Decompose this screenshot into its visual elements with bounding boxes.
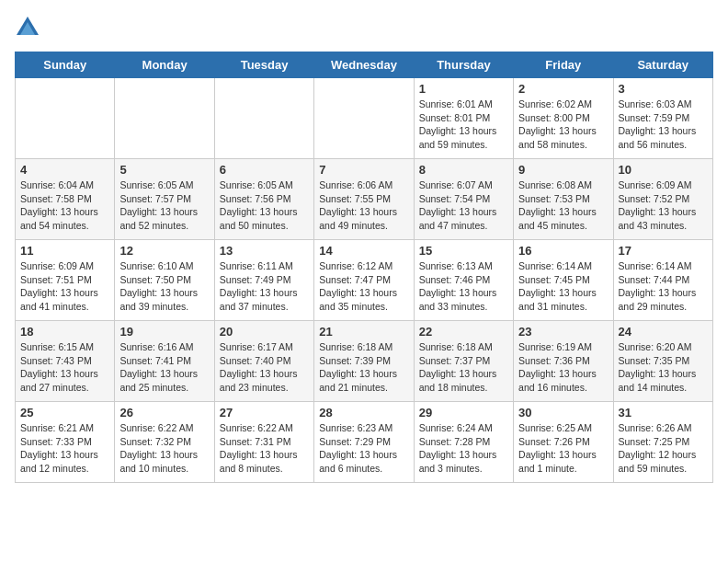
calendar-cell: 14Sunrise: 6:12 AMSunset: 7:47 PMDayligh… [314,240,414,321]
calendar-week-row: 25Sunrise: 6:21 AMSunset: 7:33 PMDayligh… [16,402,713,483]
calendar-cell [16,78,115,159]
day-of-week-header: Thursday [414,52,513,78]
calendar-cell: 12Sunrise: 6:10 AMSunset: 7:50 PMDayligh… [115,240,214,321]
calendar-week-row: 11Sunrise: 6:09 AMSunset: 7:51 PMDayligh… [16,240,713,321]
calendar-cell: 16Sunrise: 6:14 AMSunset: 7:45 PMDayligh… [514,240,613,321]
day-number: 13 [220,244,309,258]
cell-info: Sunrise: 6:25 AMSunset: 7:26 PMDaylight:… [518,421,608,476]
day-number: 15 [419,244,508,258]
day-number: 10 [619,163,708,177]
day-number: 29 [419,406,508,419]
day-number: 30 [518,406,608,419]
day-number: 3 [619,82,708,96]
cell-info: Sunrise: 6:18 AMSunset: 7:37 PMDaylight:… [419,340,508,395]
cell-info: Sunrise: 6:05 AMSunset: 7:56 PMDaylight:… [220,178,309,233]
calendar-cell: 10Sunrise: 6:09 AMSunset: 7:52 PMDayligh… [613,159,712,240]
day-number: 20 [220,325,309,339]
day-of-week-header: Tuesday [214,52,313,78]
calendar-cell: 28Sunrise: 6:23 AMSunset: 7:29 PMDayligh… [314,402,414,483]
day-of-week-header: Saturday [613,52,712,78]
day-of-week-header: Wednesday [314,52,414,78]
cell-info: Sunrise: 6:22 AMSunset: 7:32 PMDaylight:… [119,421,209,476]
cell-info: Sunrise: 6:11 AMSunset: 7:49 PMDaylight:… [220,259,309,314]
day-number: 21 [319,325,408,339]
calendar-cell: 26Sunrise: 6:22 AMSunset: 7:32 PMDayligh… [115,402,214,483]
calendar-cell: 22Sunrise: 6:18 AMSunset: 7:37 PMDayligh… [414,321,513,402]
logo [15,15,44,40]
day-number: 27 [220,406,309,419]
day-number: 2 [518,82,608,96]
cell-info: Sunrise: 6:13 AMSunset: 7:46 PMDaylight:… [419,259,508,314]
calendar-cell: 24Sunrise: 6:20 AMSunset: 7:35 PMDayligh… [613,321,712,402]
cell-info: Sunrise: 6:24 AMSunset: 7:28 PMDaylight:… [419,421,508,476]
calendar-cell: 4Sunrise: 6:04 AMSunset: 7:58 PMDaylight… [16,159,115,240]
day-number: 26 [119,406,209,419]
calendar-cell [214,78,313,159]
day-number: 5 [119,163,209,177]
cell-info: Sunrise: 6:26 AMSunset: 7:25 PMDaylight:… [619,421,708,476]
calendar-cell [115,78,214,159]
calendar-cell: 21Sunrise: 6:18 AMSunset: 7:39 PMDayligh… [314,321,414,402]
calendar-cell: 27Sunrise: 6:22 AMSunset: 7:31 PMDayligh… [214,402,313,483]
day-number: 16 [518,244,608,258]
cell-info: Sunrise: 6:09 AMSunset: 7:52 PMDaylight:… [619,178,708,233]
day-number: 14 [319,244,408,258]
cell-info: Sunrise: 6:23 AMSunset: 7:29 PMDaylight:… [319,421,408,476]
cell-info: Sunrise: 6:14 AMSunset: 7:45 PMDaylight:… [518,259,608,314]
calendar-cell: 17Sunrise: 6:14 AMSunset: 7:44 PMDayligh… [613,240,712,321]
cell-info: Sunrise: 6:16 AMSunset: 7:41 PMDaylight:… [119,340,209,395]
cell-info: Sunrise: 6:04 AMSunset: 7:58 PMDaylight:… [20,178,109,233]
calendar-week-row: 1Sunrise: 6:01 AMSunset: 8:01 PMDaylight… [16,78,713,159]
calendar-cell: 29Sunrise: 6:24 AMSunset: 7:28 PMDayligh… [414,402,513,483]
logo-icon [15,15,40,40]
cell-info: Sunrise: 6:14 AMSunset: 7:44 PMDaylight:… [619,259,708,314]
day-number: 23 [518,325,608,339]
day-number: 8 [419,163,508,177]
calendar-week-row: 4Sunrise: 6:04 AMSunset: 7:58 PMDaylight… [16,159,713,240]
day-number: 24 [619,325,708,339]
day-number: 25 [20,406,109,419]
calendar-week-row: 18Sunrise: 6:15 AMSunset: 7:43 PMDayligh… [16,321,713,402]
calendar: SundayMondayTuesdayWednesdayThursdayFrid… [15,52,713,483]
calendar-cell [314,78,414,159]
calendar-cell: 8Sunrise: 6:07 AMSunset: 7:54 PMDaylight… [414,159,513,240]
cell-info: Sunrise: 6:12 AMSunset: 7:47 PMDaylight:… [319,259,408,314]
day-number: 7 [319,163,408,177]
cell-info: Sunrise: 6:22 AMSunset: 7:31 PMDaylight:… [220,421,309,476]
cell-info: Sunrise: 6:07 AMSunset: 7:54 PMDaylight:… [419,178,508,233]
calendar-cell: 20Sunrise: 6:17 AMSunset: 7:40 PMDayligh… [214,321,313,402]
cell-info: Sunrise: 6:21 AMSunset: 7:33 PMDaylight:… [20,421,109,476]
cell-info: Sunrise: 6:06 AMSunset: 7:55 PMDaylight:… [319,178,408,233]
calendar-cell: 23Sunrise: 6:19 AMSunset: 7:36 PMDayligh… [514,321,613,402]
cell-info: Sunrise: 6:10 AMSunset: 7:50 PMDaylight:… [119,259,209,314]
calendar-cell: 3Sunrise: 6:03 AMSunset: 7:59 PMDaylight… [613,78,712,159]
day-number: 17 [619,244,708,258]
calendar-cell: 9Sunrise: 6:08 AMSunset: 7:53 PMDaylight… [514,159,613,240]
day-number: 19 [119,325,209,339]
calendar-cell: 13Sunrise: 6:11 AMSunset: 7:49 PMDayligh… [214,240,313,321]
day-of-week-header: Friday [514,52,613,78]
calendar-cell: 11Sunrise: 6:09 AMSunset: 7:51 PMDayligh… [16,240,115,321]
calendar-cell: 18Sunrise: 6:15 AMSunset: 7:43 PMDayligh… [16,321,115,402]
calendar-cell: 19Sunrise: 6:16 AMSunset: 7:41 PMDayligh… [115,321,214,402]
calendar-cell: 6Sunrise: 6:05 AMSunset: 7:56 PMDaylight… [214,159,313,240]
day-number: 22 [419,325,508,339]
cell-info: Sunrise: 6:09 AMSunset: 7:51 PMDaylight:… [20,259,109,314]
calendar-cell: 5Sunrise: 6:05 AMSunset: 7:57 PMDaylight… [115,159,214,240]
calendar-cell: 25Sunrise: 6:21 AMSunset: 7:33 PMDayligh… [16,402,115,483]
cell-info: Sunrise: 6:20 AMSunset: 7:35 PMDaylight:… [619,340,708,395]
day-number: 18 [20,325,109,339]
calendar-header-row: SundayMondayTuesdayWednesdayThursdayFrid… [16,52,713,78]
calendar-cell: 1Sunrise: 6:01 AMSunset: 8:01 PMDaylight… [414,78,513,159]
calendar-cell: 7Sunrise: 6:06 AMSunset: 7:55 PMDaylight… [314,159,414,240]
calendar-cell: 15Sunrise: 6:13 AMSunset: 7:46 PMDayligh… [414,240,513,321]
day-number: 1 [419,82,508,96]
calendar-cell: 2Sunrise: 6:02 AMSunset: 8:00 PMDaylight… [514,78,613,159]
cell-info: Sunrise: 6:05 AMSunset: 7:57 PMDaylight:… [119,178,209,233]
cell-info: Sunrise: 6:15 AMSunset: 7:43 PMDaylight:… [20,340,109,395]
day-number: 4 [20,163,109,177]
day-number: 11 [20,244,109,258]
cell-info: Sunrise: 6:08 AMSunset: 7:53 PMDaylight:… [518,178,608,233]
cell-info: Sunrise: 6:03 AMSunset: 7:59 PMDaylight:… [619,98,708,152]
day-number: 6 [220,163,309,177]
